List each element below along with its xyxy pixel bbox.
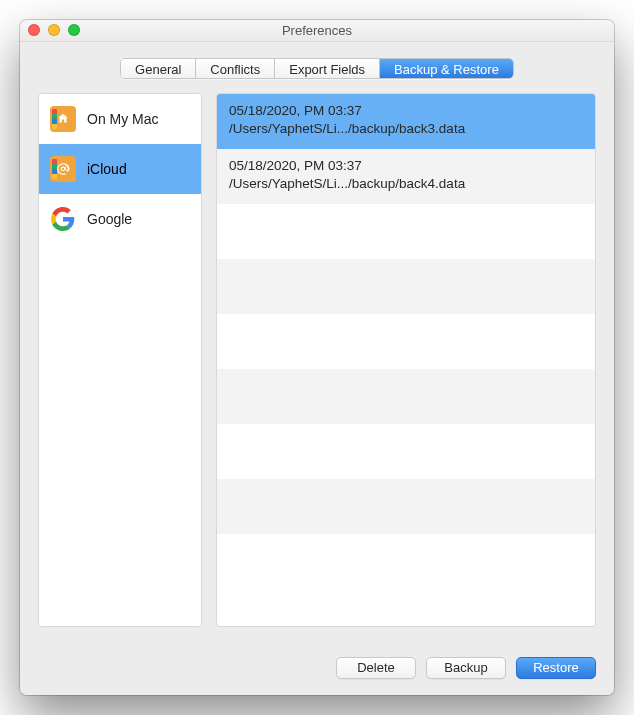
backup-row[interactable]: 05/18/2020, PM 03:37 /Users/YaphetS/Li..…: [217, 149, 595, 204]
close-icon[interactable]: [28, 24, 40, 36]
backup-row[interactable]: 05/18/2020, PM 03:37 /Users/YaphetS/Li..…: [217, 94, 595, 149]
delete-button[interactable]: Delete: [336, 657, 416, 679]
tab-export-fields[interactable]: Export Fields: [275, 59, 380, 78]
backup-row-empty: [217, 369, 595, 424]
backup-row-empty: [217, 424, 595, 479]
backup-path: /Users/YaphetS/Li.../backup/back4.data: [229, 176, 583, 191]
backup-row-empty: [217, 534, 595, 589]
backup-row-empty: [217, 314, 595, 369]
account-icloud[interactable]: iCloud: [39, 144, 201, 194]
zoom-icon[interactable]: [68, 24, 80, 36]
titlebar: Preferences: [20, 20, 614, 42]
accounts-list: On My Mac iCloud: [39, 94, 201, 244]
backup-list: 05/18/2020, PM 03:37 /Users/YaphetS/Li..…: [217, 94, 595, 626]
tab-backup-restore[interactable]: Backup & Restore: [380, 59, 513, 78]
tab-general[interactable]: General: [121, 59, 196, 78]
footer-buttons: Delete Backup Restore: [20, 645, 614, 695]
account-label: iCloud: [87, 161, 127, 177]
window-controls: [28, 24, 80, 36]
window-title: Preferences: [20, 23, 614, 38]
account-label: Google: [87, 211, 132, 227]
segmented-tabs: General Conflicts Export Fields Backup &…: [120, 58, 514, 79]
content-area: On My Mac iCloud: [20, 93, 614, 645]
preferences-window: Preferences General Conflicts Export Fie…: [20, 20, 614, 695]
account-on-my-mac[interactable]: On My Mac: [39, 94, 201, 144]
backup-list-pane: 05/18/2020, PM 03:37 /Users/YaphetS/Li..…: [216, 93, 596, 627]
at-icon: [49, 155, 77, 183]
backup-button[interactable]: Backup: [426, 657, 506, 679]
restore-button[interactable]: Restore: [516, 657, 596, 679]
google-icon: [49, 205, 77, 233]
tab-conflicts[interactable]: Conflicts: [196, 59, 275, 78]
account-google[interactable]: Google: [39, 194, 201, 244]
home-icon: [49, 105, 77, 133]
backup-row-empty: [217, 259, 595, 314]
backup-row-empty: [217, 479, 595, 534]
backup-date: 05/18/2020, PM 03:37: [229, 158, 583, 173]
minimize-icon[interactable]: [48, 24, 60, 36]
accounts-sidebar: On My Mac iCloud: [38, 93, 202, 627]
tab-bar: General Conflicts Export Fields Backup &…: [20, 42, 614, 93]
backup-date: 05/18/2020, PM 03:37: [229, 103, 583, 118]
backup-row-empty: [217, 204, 595, 259]
backup-path: /Users/YaphetS/Li.../backup/back3.data: [229, 121, 583, 136]
account-label: On My Mac: [87, 111, 159, 127]
